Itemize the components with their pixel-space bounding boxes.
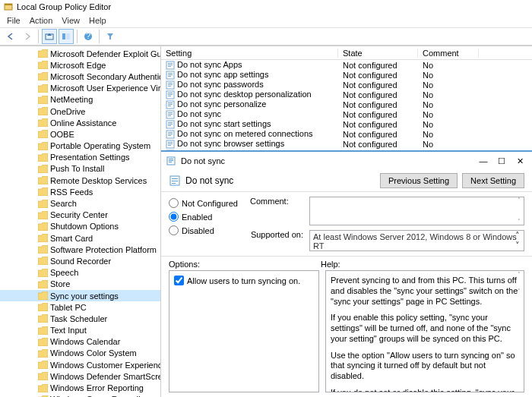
- tree-item[interactable]: Shutdown Options: [0, 221, 160, 232]
- tree-item[interactable]: RSS Feeds: [0, 186, 160, 197]
- close-button[interactable]: ✕: [515, 156, 524, 166]
- tree-item[interactable]: Microsoft Edge: [0, 59, 160, 71]
- setting-name: Do not sync: [177, 109, 221, 118]
- setting-comment: No: [418, 71, 479, 80]
- setting-name: Do not sync browser settings: [177, 139, 284, 148]
- folder-icon: [38, 118, 48, 127]
- svg-rect-30: [168, 115, 171, 116]
- forward-button[interactable]: [20, 29, 35, 44]
- tree-item-label: Online Assistance: [50, 118, 116, 128]
- setting-icon: [166, 80, 175, 90]
- tree-item[interactable]: NetMeeting: [0, 94, 160, 106]
- tree-item[interactable]: Online Assistance: [0, 117, 160, 128]
- tree-item-label: Microsoft Edge: [50, 61, 106, 70]
- show-hide-tree-button[interactable]: [59, 29, 74, 44]
- comment-field[interactable]: ˄˅: [309, 197, 524, 225]
- dialog-title: Do not sync: [181, 156, 225, 165]
- next-setting-button[interactable]: Next Setting: [462, 173, 524, 188]
- tree-item[interactable]: Remote Desktop Services: [0, 175, 160, 186]
- svg-rect-53: [172, 181, 178, 181]
- tree-item-label: Task Scheduler: [50, 314, 107, 323]
- col-setting[interactable]: Setting: [161, 49, 338, 58]
- tree-item[interactable]: OneDrive: [0, 106, 160, 117]
- list-row[interactable]: Do not sync desktop personalizationNot c…: [161, 90, 532, 99]
- help-box: ˄˅ Prevent syncing to and from this PC. …: [325, 270, 524, 392]
- tree-item-label: Microsoft Defender Exploit Guard: [50, 49, 161, 58]
- tree-item[interactable]: Windows Color System: [0, 348, 160, 359]
- menu-help[interactable]: Help: [85, 16, 110, 25]
- list-row[interactable]: Do not sync AppsNot configuredNo: [161, 60, 532, 70]
- tree-item-label: Push To Install: [50, 164, 104, 173]
- tree-item[interactable]: Sound Recorder: [0, 255, 160, 266]
- svg-rect-24: [168, 102, 173, 103]
- tree-item[interactable]: Software Protection Platform: [0, 244, 160, 255]
- tree-item[interactable]: Push To Install: [0, 163, 160, 175]
- menu-action[interactable]: Action: [26, 16, 57, 25]
- tree-item[interactable]: Sync your settings: [0, 290, 160, 301]
- tree-pane[interactable]: Microsoft Defender Exploit GuardMicrosof…: [0, 46, 161, 397]
- tree-item[interactable]: Portable Operating System: [0, 140, 160, 152]
- list-row[interactable]: Do not sync personalizeNot configuredNo: [161, 99, 532, 109]
- tree-item[interactable]: OOBE: [0, 128, 160, 140]
- previous-setting-button[interactable]: Previous Setting: [380, 173, 458, 188]
- tree-item[interactable]: Microsoft Secondary Authentication Fa: [0, 71, 160, 82]
- up-button[interactable]: [42, 29, 57, 44]
- tree-item[interactable]: Tablet PC: [0, 301, 160, 313]
- tree-item-label: Microsoft Secondary Authentication Fa: [50, 72, 161, 81]
- tree-item[interactable]: Security Center: [0, 210, 160, 221]
- radio-not-configured[interactable]: Not Configured: [169, 198, 241, 208]
- window-titlebar: Local Group Policy Editor: [0, 0, 532, 14]
- tree-item[interactable]: Windows Defender SmartScreen: [0, 370, 160, 382]
- list-row[interactable]: Do not sync on metered connectionsNot co…: [161, 129, 532, 139]
- minimize-button[interactable]: —: [479, 156, 488, 166]
- tree-item[interactable]: Windows Calendar: [0, 336, 160, 348]
- svg-rect-25: [168, 104, 173, 105]
- maximize-button[interactable]: ☐: [497, 156, 506, 166]
- radio-enabled[interactable]: Enabled: [169, 212, 241, 222]
- tree-item[interactable]: Microsoft User Experience Virtualizatior: [0, 83, 160, 94]
- list-row[interactable]: Do not syncNot configuredNo: [161, 109, 532, 119]
- setting-state: Not configured: [338, 61, 418, 70]
- svg-rect-38: [168, 135, 171, 136]
- tree-item[interactable]: Windows Game Recording and Broadca: [0, 394, 160, 397]
- tree-item[interactable]: Windows Error Reporting: [0, 382, 160, 393]
- svg-rect-22: [168, 96, 171, 96]
- list-row[interactable]: Do not sync start settingsNot configured…: [161, 119, 532, 129]
- menu-file[interactable]: File: [3, 16, 24, 25]
- folder-icon: [38, 107, 48, 115]
- back-button[interactable]: [3, 29, 18, 44]
- menu-view[interactable]: View: [58, 16, 84, 25]
- list-row[interactable]: Do not sync passwordsNot configuredNo: [161, 80, 532, 90]
- tree-item[interactable]: Presentation Settings: [0, 152, 160, 163]
- tree-item[interactable]: Microsoft Defender Exploit Guard: [0, 48, 160, 59]
- col-comment[interactable]: Comment: [418, 49, 479, 58]
- allow-syncing-checkbox[interactable]: Allow users to turn syncing on.: [174, 276, 314, 285]
- tree-item[interactable]: Task Scheduler: [0, 313, 160, 324]
- setting-state: Not configured: [338, 120, 418, 129]
- svg-rect-33: [168, 124, 173, 124]
- folder-icon: [38, 96, 48, 104]
- list-row[interactable]: Do not sync browser settingsNot configur…: [161, 139, 532, 149]
- tree-item[interactable]: Store: [0, 279, 160, 290]
- settings-list: Setting State Comment Do not sync AppsNo…: [161, 46, 532, 150]
- tree-item[interactable]: Search: [0, 197, 160, 209]
- setting-icon: [166, 61, 175, 70]
- setting-icon: [166, 140, 175, 149]
- tree-item[interactable]: Text Input: [0, 325, 160, 336]
- svg-rect-52: [172, 178, 178, 179]
- tree-item[interactable]: Speech: [0, 267, 160, 279]
- svg-rect-17: [168, 84, 173, 85]
- folder-icon: [38, 372, 48, 380]
- list-row[interactable]: Do not sync app settingsNot configuredNo: [161, 70, 532, 80]
- filter-button[interactable]: [103, 29, 118, 44]
- tree-item[interactable]: Smart Card: [0, 232, 160, 244]
- folder-icon: [38, 165, 48, 173]
- tree-item[interactable]: Windows Customer Experience Improv: [0, 359, 160, 370]
- svg-rect-8: [168, 63, 173, 64]
- svg-rect-10: [168, 66, 171, 67]
- folder-icon: [38, 245, 48, 254]
- col-state[interactable]: State: [338, 49, 418, 58]
- setting-icon: [166, 110, 175, 119]
- help-button[interactable]: ?: [81, 29, 96, 44]
- radio-disabled[interactable]: Disabled: [169, 225, 241, 235]
